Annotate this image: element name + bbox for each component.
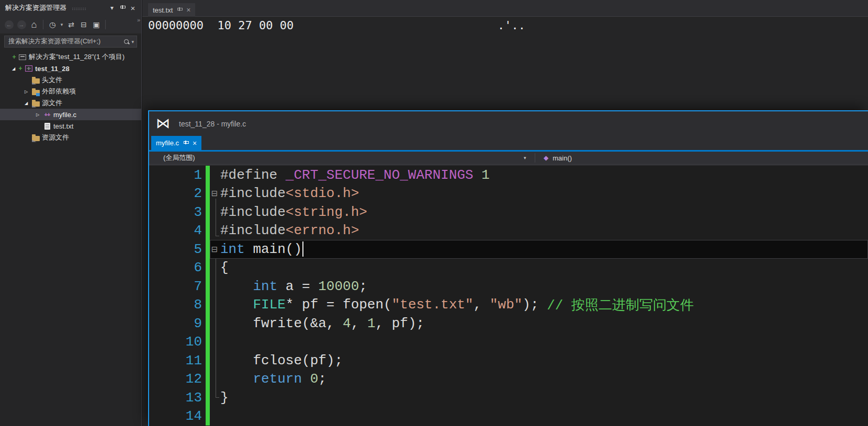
code-line-14[interactable]: 14 xyxy=(149,407,868,426)
code-line-11[interactable]: 11 fclose(pf); xyxy=(149,351,868,370)
pin-icon[interactable] xyxy=(177,7,182,13)
tab-myfile-c[interactable]: myfile.c × xyxy=(151,136,201,150)
home-button[interactable]: ⌂ xyxy=(28,18,40,31)
change-tracking-bar xyxy=(206,203,210,222)
close-icon[interactable]: × xyxy=(186,6,190,14)
token-kw: int xyxy=(220,241,245,257)
code-line-6[interactable]: 6{ xyxy=(149,259,868,278)
pending-changes-filter-button[interactable]: ◷ xyxy=(47,18,58,31)
doc-glyph xyxy=(44,123,50,130)
visual-studio-logo-icon: ⋈ xyxy=(156,117,170,131)
code-line-2[interactable]: 2⊟#include<stdio.h> xyxy=(149,185,868,203)
code-text: return 0; xyxy=(219,371,326,387)
token-dir: #define xyxy=(220,167,286,183)
tree-item-project-test-11-28[interactable]: ◢+test_11_28 xyxy=(0,63,141,74)
token-pln: ); xyxy=(522,297,547,313)
tree-item-file-myfile-c[interactable]: ▷++myfile.c xyxy=(0,109,141,120)
code-text: #include<string.h> xyxy=(219,204,367,220)
token-pln: * pf = fopen( xyxy=(286,297,392,313)
folder-glyph xyxy=(32,78,40,84)
code-editor[interactable]: 1#define _CRT_SECURE_NO_WARNINGS 12⊟#inc… xyxy=(149,166,868,426)
sync-with-active-document-button[interactable]: ⇄ xyxy=(65,18,77,31)
code-line-1[interactable]: 1#define _CRT_SECURE_NO_WARNINGS 1 xyxy=(149,166,868,185)
expander-icon[interactable]: ◢ xyxy=(9,66,18,71)
search-input[interactable]: 搜索解决方案资源管理器(Ctrl+;) ▾ xyxy=(4,36,137,48)
folder-glyph xyxy=(32,101,40,107)
line-number: 10 xyxy=(149,333,206,352)
fold-collapse-icon[interactable]: ⊟ xyxy=(210,189,219,198)
tree-item-label: 资源文件 xyxy=(41,133,69,142)
folder-ext-glyph xyxy=(32,90,40,95)
document-tabstrip: test.txt × xyxy=(142,0,868,17)
code-line-10[interactable]: 10 xyxy=(149,333,868,352)
line-number: 13 xyxy=(149,388,206,407)
change-tracking-bar xyxy=(206,370,210,389)
window-position-icon[interactable]: ▾ xyxy=(107,2,117,14)
hex-offset-and-bytes: 00000000 10 27 00 00 xyxy=(148,19,294,32)
token-pln xyxy=(220,297,253,313)
tree-item-source-files[interactable]: ◢源文件 xyxy=(0,97,141,109)
token-num: 1 xyxy=(481,167,490,183)
tree-item-label: 源文件 xyxy=(41,98,62,108)
show-all-files-button[interactable]: ▣ xyxy=(91,18,102,31)
token-dir: #include xyxy=(220,223,286,238)
folder-glyph xyxy=(32,136,40,141)
tab-test-txt[interactable]: test.txt × xyxy=(148,3,195,17)
close-icon[interactable]: × xyxy=(193,140,197,147)
collapse-all-button[interactable]: ⊟ xyxy=(78,18,89,31)
token-dir: #include xyxy=(220,186,286,201)
folder-icon xyxy=(30,77,41,84)
token-str: <errno.h> xyxy=(286,223,359,238)
code-text: int a = 10000; xyxy=(219,279,367,294)
tree-item-label: 外部依赖项 xyxy=(41,87,76,96)
search-dropdown-icon[interactable]: ▾ xyxy=(131,39,134,44)
code-line-9[interactable]: 9 fwrite(&a, 4, 1, pf); xyxy=(149,314,868,333)
tree-item-label: test_11_28 xyxy=(34,65,70,73)
code-line-3[interactable]: 3#include<string.h> xyxy=(149,203,868,222)
code-line-8[interactable]: 8 FILE* pf = fopen("test.txt", "wb"); //… xyxy=(149,296,868,315)
added-plus-icon: + xyxy=(18,65,23,72)
code-line-4[interactable]: 4#include<errno.h> xyxy=(149,222,868,240)
code-text: #include<stdio.h> xyxy=(219,186,359,201)
solution-glyph xyxy=(19,54,26,60)
hex-ascii-column: .'.. xyxy=(498,19,525,32)
expander-icon[interactable]: ▷ xyxy=(22,89,30,94)
token-pln xyxy=(474,167,482,183)
code-line-13[interactable]: 13} xyxy=(149,388,868,407)
code-line-5[interactable]: 5⊟int main() xyxy=(149,240,868,259)
code-line-7[interactable]: 7 int a = 10000; xyxy=(149,277,868,296)
line-number: 14 xyxy=(149,407,206,426)
close-icon[interactable]: × xyxy=(128,2,138,14)
editor-titlebar[interactable]: ⋈ test_11_28 - myfile.c xyxy=(149,111,868,136)
search-icon xyxy=(123,39,130,45)
token-num: 4 xyxy=(343,316,351,331)
chevron-down-icon[interactable]: ▾ xyxy=(524,152,526,164)
forward-button[interactable]: → xyxy=(16,18,27,31)
tree-item-header-files[interactable]: 头文件 xyxy=(0,74,141,86)
tree-item-external-deps[interactable]: ▷外部依赖项 xyxy=(0,86,141,97)
token-pln xyxy=(220,371,253,387)
code-text: } xyxy=(219,390,229,406)
tree-item-file-test-txt[interactable]: test.txt xyxy=(0,120,141,132)
code-text: #include<errno.h> xyxy=(219,223,359,238)
code-line-12[interactable]: 12 return 0; xyxy=(149,370,868,389)
tree-item-solution[interactable]: +解决方案"test_11_28"(1 个项目) xyxy=(0,51,141,63)
pin-icon[interactable] xyxy=(117,2,128,14)
line-number: 6 xyxy=(149,259,206,278)
drag-handle[interactable] xyxy=(72,7,87,10)
back-button[interactable]: ← xyxy=(3,18,15,31)
tree-item-resource-files[interactable]: 资源文件 xyxy=(0,132,141,143)
token-pln: , xyxy=(351,316,367,331)
token-pln xyxy=(220,279,253,294)
pin-icon[interactable] xyxy=(183,141,188,146)
toolbar-overflow-button[interactable]: » xyxy=(137,17,140,23)
doc-icon xyxy=(42,123,52,130)
token-pln xyxy=(302,371,310,387)
expander-icon[interactable]: ▷ xyxy=(33,112,42,117)
fold-collapse-icon[interactable]: ⊟ xyxy=(210,245,219,254)
token-str: "wb" xyxy=(490,297,522,313)
filter-dropdown-icon[interactable]: ▾ xyxy=(59,18,64,31)
expander-icon[interactable]: ◢ xyxy=(22,101,30,106)
member-dropdown[interactable]: ◆ main() xyxy=(540,152,868,164)
scope-dropdown[interactable]: (全局范围) xyxy=(149,152,535,164)
